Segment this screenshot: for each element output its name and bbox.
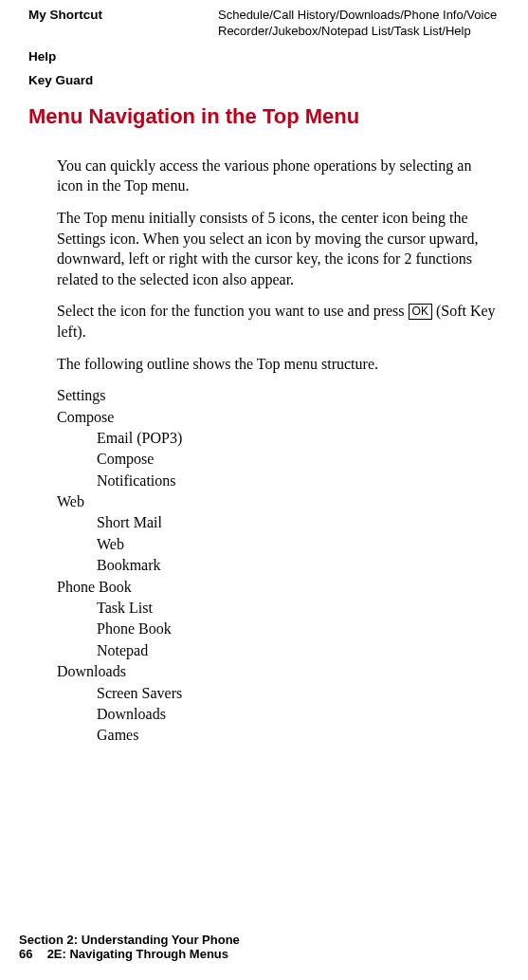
paragraph-4: The following outline shows the Top menu…	[57, 354, 500, 375]
outline-downloads: Downloads	[57, 661, 500, 682]
outline-phonebook: Phone Book	[57, 577, 500, 598]
outline-phonebook-item: Task List	[97, 598, 500, 619]
outline-compose: Compose	[57, 407, 500, 428]
outline-compose-item: Compose	[97, 449, 500, 470]
outline-downloads-item: Downloads	[97, 704, 500, 725]
section-heading: Menu Navigation in the Top Menu	[28, 104, 500, 129]
page-footer: Section 2: Understanding Your Phone 66 2…	[19, 933, 240, 961]
outline-web-item: Web	[97, 534, 500, 555]
outline-settings: Settings	[57, 385, 500, 406]
footer-chapter: 2E: Navigating Through Menus	[47, 947, 228, 961]
table-row: My Shortcut Schedule/Call History/Downlo…	[28, 8, 500, 40]
ok-key-icon: OK	[409, 304, 432, 319]
paragraph-3: Select the icon for the function you wan…	[57, 301, 500, 342]
paragraph-1: You can quickly access the various phone…	[57, 156, 500, 196]
outline-phonebook-item: Notepad	[97, 640, 500, 661]
outline-compose-item: Notifications	[97, 471, 500, 491]
page-number: 66	[19, 947, 44, 961]
menu-outline: Settings Compose Email (POP3) Compose No…	[57, 385, 500, 747]
outline-phonebook-item: Phone Book	[97, 619, 500, 639]
my-shortcut-label: My Shortcut	[28, 8, 218, 40]
outline-web: Web	[57, 491, 500, 512]
help-label: Help	[28, 49, 500, 64]
outline-downloads-item: Games	[97, 725, 500, 746]
paragraph-2: The Top menu initially consists of 5 ico…	[57, 208, 500, 289]
footer-section-line: Section 2: Understanding Your Phone	[19, 933, 240, 947]
paragraph-3a: Select the icon for the function you wan…	[57, 303, 409, 319]
outline-downloads-item: Screen Savers	[97, 683, 500, 704]
outline-web-item: Bookmark	[97, 555, 500, 576]
key-guard-label: Key Guard	[28, 73, 500, 87]
outline-compose-item: Email (POP3)	[97, 428, 500, 449]
my-shortcut-value: Schedule/Call History/Downloads/Phone In…	[218, 8, 500, 40]
outline-web-item: Short Mail	[97, 512, 500, 533]
